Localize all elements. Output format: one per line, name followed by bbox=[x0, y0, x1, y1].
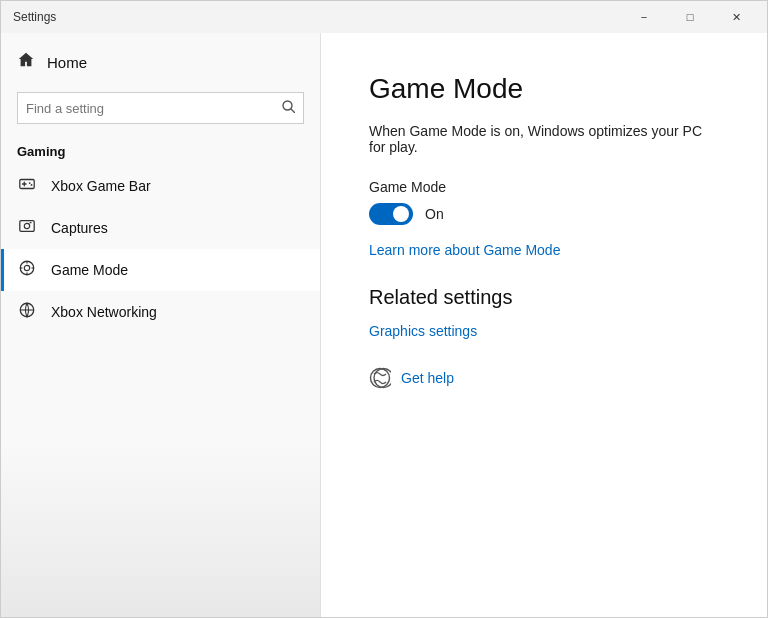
game-mode-toggle[interactable] bbox=[369, 203, 413, 225]
toggle-thumb bbox=[393, 206, 409, 222]
sidebar-item-game-mode[interactable]: Game Mode bbox=[1, 249, 320, 291]
get-help-link[interactable]: Get help bbox=[401, 370, 454, 386]
toggle-section-label: Game Mode bbox=[369, 179, 719, 195]
sidebar-item-captures[interactable]: Captures bbox=[1, 207, 320, 249]
sidebar-item-label-game-mode: Game Mode bbox=[51, 262, 128, 278]
learn-more-link[interactable]: Learn more about Game Mode bbox=[369, 242, 560, 258]
app-title: Settings bbox=[13, 10, 56, 24]
home-label: Home bbox=[47, 54, 87, 71]
sidebar-section-title: Gaming bbox=[1, 132, 320, 165]
search-icon bbox=[282, 100, 295, 116]
get-help-icon bbox=[369, 367, 391, 389]
main-panel: Game Mode When Game Mode is on, Windows … bbox=[321, 33, 767, 617]
window-controls: − □ ✕ bbox=[621, 1, 759, 33]
game-mode-icon bbox=[17, 259, 37, 281]
sidebar-home[interactable]: Home bbox=[1, 41, 320, 84]
sidebar-item-label-xbox-game-bar: Xbox Game Bar bbox=[51, 178, 151, 194]
svg-line-1 bbox=[291, 109, 295, 113]
sidebar: Home Gaming bbox=[1, 33, 321, 617]
search-input[interactable] bbox=[26, 101, 282, 116]
svg-point-19 bbox=[374, 369, 391, 388]
svg-point-11 bbox=[24, 265, 29, 270]
svg-point-8 bbox=[24, 223, 29, 228]
title-bar: Settings − □ ✕ bbox=[1, 1, 767, 33]
search-box[interactable] bbox=[17, 92, 304, 124]
close-button[interactable]: ✕ bbox=[713, 1, 759, 33]
game-bar-icon bbox=[17, 175, 37, 197]
svg-point-5 bbox=[29, 182, 31, 184]
svg-point-6 bbox=[31, 184, 33, 186]
toggle-state-label: On bbox=[425, 206, 444, 222]
page-title: Game Mode bbox=[369, 73, 719, 105]
toggle-track bbox=[369, 203, 413, 225]
app-body: Home Gaming bbox=[1, 33, 767, 617]
related-settings-title: Related settings bbox=[369, 286, 719, 309]
captures-icon bbox=[17, 217, 37, 239]
sidebar-item-label-captures: Captures bbox=[51, 220, 108, 236]
maximize-button[interactable]: □ bbox=[667, 1, 713, 33]
xbox-networking-icon bbox=[17, 301, 37, 323]
graphics-settings-link[interactable]: Graphics settings bbox=[369, 323, 719, 339]
minimize-button[interactable]: − bbox=[621, 1, 667, 33]
home-icon bbox=[17, 51, 35, 74]
sidebar-item-xbox-game-bar[interactable]: Xbox Game Bar bbox=[1, 165, 320, 207]
get-help-row[interactable]: Get help bbox=[369, 367, 719, 389]
svg-rect-7 bbox=[20, 221, 34, 232]
game-mode-toggle-row: On bbox=[369, 203, 719, 225]
description: When Game Mode is on, Windows optimizes … bbox=[369, 123, 719, 155]
sidebar-item-label-xbox-networking: Xbox Networking bbox=[51, 304, 157, 320]
svg-rect-9 bbox=[30, 222, 32, 223]
sidebar-item-xbox-networking[interactable]: Xbox Networking bbox=[1, 291, 320, 333]
